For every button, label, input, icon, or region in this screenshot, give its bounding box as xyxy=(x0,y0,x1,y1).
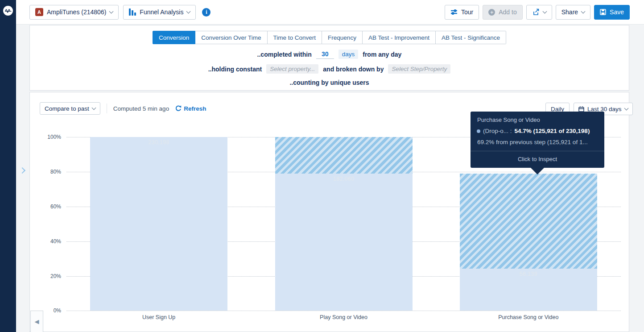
save-floppy-icon xyxy=(600,9,606,15)
chevron-down-icon xyxy=(542,9,547,13)
save-label: Save xyxy=(610,8,624,16)
breakdown-selector[interactable]: Select Step/Property xyxy=(388,64,450,74)
tooltip-click-to-inspect: Click to Inspect xyxy=(471,151,604,168)
chevron-down-icon xyxy=(581,9,586,13)
chart-type-selector[interactable]: Funnel Analysis xyxy=(123,5,196,20)
tooltip-series-row: (Drop-o... : 54.7% (125,921 of 230,198) xyxy=(471,123,604,134)
x-tick-play-song-or-video: Play Song or Video xyxy=(320,314,367,320)
computed-status-text: Computed 5 min ago xyxy=(113,105,169,112)
calendar-icon xyxy=(578,106,584,112)
x-tick-user-sign-up: User Sign Up xyxy=(142,314,175,320)
y-tick-label: 60% xyxy=(38,203,61,210)
info-icon[interactable]: i xyxy=(202,8,211,17)
bar-count-label: 56,139 xyxy=(460,271,597,277)
tab-time-to-convert[interactable]: Time to Convert xyxy=(268,31,322,44)
bar-count-label: 230,198 xyxy=(90,139,227,145)
y-tick-label: 100% xyxy=(38,134,61,140)
chevron-down-icon xyxy=(624,106,628,110)
tooltip-step-title: Purchase Song or Video xyxy=(471,112,604,123)
completed-within-label: ..completed within xyxy=(257,51,312,58)
tab-ab-test-improvement[interactable]: AB Test - Improvement xyxy=(363,31,436,44)
from-any-day-label: from any day xyxy=(363,51,401,58)
refresh-link[interactable]: Refresh xyxy=(175,105,206,112)
app-sidebar xyxy=(0,0,16,332)
compare-to-past-button[interactable]: Compare to past xyxy=(40,102,100,115)
topbar: A AmpliTunes (214806) Funnel Analysis i xyxy=(16,0,644,25)
y-tick-label: 40% xyxy=(38,238,61,245)
counting-by-label: ..counting by unique users xyxy=(289,79,369,86)
funnel-settings-card: ConversionConversion Over TimeTime to Co… xyxy=(29,25,629,91)
series-dot-icon xyxy=(477,129,480,133)
y-tick-label: 20% xyxy=(38,273,61,279)
add-to-label: Add to xyxy=(499,8,516,16)
holding-constant-row: ..holding constant Select property... an… xyxy=(30,64,629,74)
tooltip-caret-icon xyxy=(531,168,544,174)
converted-segment[interactable]: 182,060 xyxy=(275,174,413,311)
export-icon xyxy=(532,8,540,16)
project-avatar: A xyxy=(35,8,43,16)
funnel-bar-play-song-or-video[interactable]: 182,060 xyxy=(275,137,413,311)
prev-page-button[interactable]: ◀ xyxy=(30,311,43,332)
conversion-window-row: ..completed within 30 days from any day xyxy=(30,50,629,59)
tour-sliders-icon xyxy=(450,9,458,15)
chevron-down-icon xyxy=(91,105,96,110)
tour-button[interactable]: Tour xyxy=(445,5,479,20)
window-unit-selector[interactable]: days xyxy=(339,50,359,59)
bar-count-label: 182,060 xyxy=(275,176,413,182)
topbar-actions: Tour + Add to Share xyxy=(445,5,630,20)
converted-segment[interactable]: 230,198 xyxy=(90,137,227,311)
tab-ab-test-significance[interactable]: AB Test - Significance xyxy=(436,31,506,44)
gridline-0: 0% xyxy=(66,311,621,311)
tooltip-previous-step-text: 69.2% from previous step (125,921 of 1..… xyxy=(471,134,604,151)
divider xyxy=(107,104,107,113)
counting-row: ..counting by unique users xyxy=(30,79,629,86)
save-button[interactable]: Save xyxy=(594,5,630,20)
conversion-window-input[interactable]: 30 xyxy=(316,50,334,59)
funnel-analysis-icon xyxy=(129,8,136,16)
tab-conversion[interactable]: Conversion xyxy=(153,31,195,44)
refresh-label: Refresh xyxy=(184,105,206,112)
amplitude-wave-icon xyxy=(5,8,12,14)
tab-conversion-over-time[interactable]: Conversion Over Time xyxy=(195,31,267,44)
tab-frequency[interactable]: Frequency xyxy=(322,31,363,44)
chart-type-name: Funnel Analysis xyxy=(140,8,183,16)
converted-segment[interactable]: 56,139 xyxy=(460,269,597,311)
compare-to-past-label: Compare to past xyxy=(45,105,89,112)
export-button[interactable] xyxy=(526,5,552,20)
x-axis-labels: User Sign UpPlay Song or VideoPurchase S… xyxy=(66,314,621,323)
project-name: AmpliTunes (214806) xyxy=(47,8,106,16)
add-to-button[interactable]: + Add to xyxy=(483,5,522,20)
y-tick-label: 80% xyxy=(38,169,61,175)
holding-constant-selector[interactable]: Select property... xyxy=(266,64,318,74)
tooltip-series-label: (Drop-o... : xyxy=(483,128,512,134)
chart-tooltip[interactable]: Purchase Song or Video (Drop-o... : 54.7… xyxy=(471,112,604,168)
dropoff-segment[interactable] xyxy=(460,174,597,269)
chevron-down-icon xyxy=(186,9,191,13)
share-button[interactable]: Share xyxy=(556,5,590,20)
funnel-bar-user-sign-up[interactable]: 230,198 xyxy=(90,137,227,311)
tooltip-value: 54.7% (125,921 of 230,198) xyxy=(515,128,590,134)
plus-circle-icon: + xyxy=(488,9,495,16)
tour-label: Tour xyxy=(461,8,473,16)
holding-constant-label: ..holding constant xyxy=(208,66,262,73)
dropoff-segment[interactable] xyxy=(275,137,413,173)
view-tabs: ConversionConversion Over TimeTime to Co… xyxy=(30,31,629,44)
chevron-down-icon xyxy=(109,9,114,13)
app-window: A AmpliTunes (214806) Funnel Analysis i xyxy=(0,0,644,332)
chart-controls-left: Compare to past Computed 5 min ago Refre… xyxy=(40,102,206,115)
amplitude-logo-icon[interactable] xyxy=(3,6,13,16)
refresh-icon xyxy=(175,105,182,112)
project-selector[interactable]: A AmpliTunes (214806) xyxy=(29,5,119,20)
share-label: Share xyxy=(561,8,578,16)
x-tick-purchase-song-or-video: Purchase Song or Video xyxy=(498,314,558,320)
broken-down-by-label: and broken down by xyxy=(323,66,384,73)
